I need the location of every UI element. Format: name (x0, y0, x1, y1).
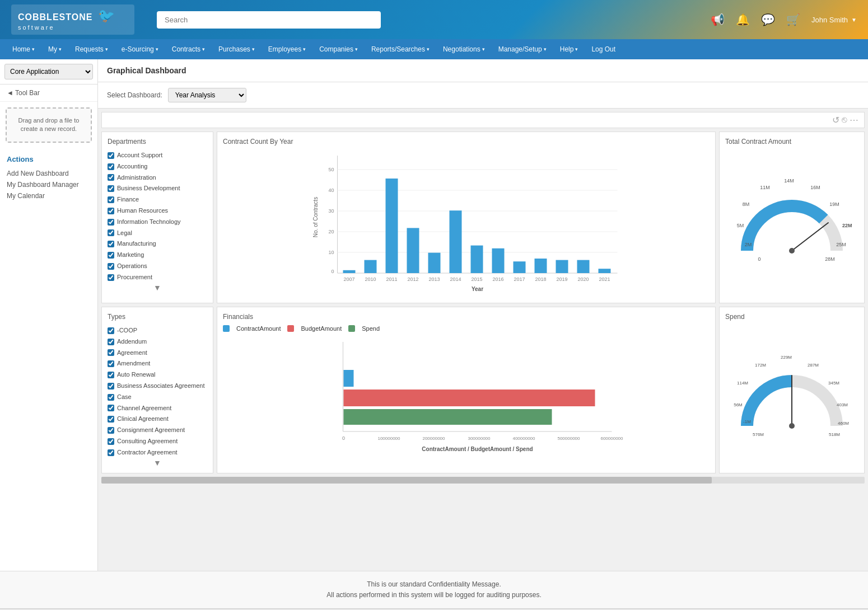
action-add-dashboard[interactable]: Add New Dashboard (7, 168, 91, 179)
cart-icon[interactable]: 🛒 (786, 13, 800, 26)
nav-logout[interactable]: Log Out (585, 39, 622, 59)
svg-text:14M: 14M (784, 178, 794, 184)
list-item[interactable]: Procurement (108, 272, 207, 283)
nav-contracts[interactable]: Contracts ▾ (165, 39, 212, 59)
types-scroll-down[interactable]: ▼ (108, 458, 207, 467)
svg-text:2015: 2015 (471, 276, 482, 282)
actions-section: Actions Add New Dashboard My Dashboard M… (0, 148, 97, 208)
contract-count-title: Contract Count By Year (223, 138, 710, 146)
svg-text:-1M: -1M (743, 419, 751, 424)
nav-esourcing[interactable]: e-Sourcing ▾ (115, 39, 165, 59)
nav-companies[interactable]: Companies ▾ (312, 39, 365, 59)
list-item[interactable]: Consignment Agreement (108, 425, 207, 436)
financials-chart-panel: Financials ContractAmount BudgetAmount S… (217, 307, 716, 473)
legend-contract-label: ContractAmount (236, 325, 281, 332)
drag-drop-area[interactable]: Drag and drop a file to create a new rec… (6, 107, 92, 143)
svg-point-40 (789, 248, 795, 254)
row1: Departments Account Support Accounting A… (101, 132, 865, 303)
list-item[interactable]: Legal (108, 228, 207, 239)
dashboard-header: Graphical Dashboard (98, 59, 868, 82)
gauge1-container: 5M 8M 11M 14M 16M 19M 22M 25M 28M 2M 0 (725, 150, 858, 284)
nav-manage[interactable]: Manage/Setup ▾ (492, 39, 553, 59)
dashboard-select-row: Select Dashboard: Year Analysis Contract… (98, 82, 868, 109)
list-item[interactable]: Operations (108, 261, 207, 272)
search-input[interactable] (157, 11, 381, 29)
megaphone-icon[interactable]: 📢 (711, 13, 725, 26)
svg-text:8M: 8M (743, 201, 750, 207)
toolbar-toggle[interactable]: ◄ Tool Bar (0, 85, 97, 102)
svg-text:0: 0 (758, 256, 760, 262)
nav-home[interactable]: Home ▾ (6, 39, 41, 59)
list-item[interactable]: Channel Agreement (108, 403, 207, 414)
list-item[interactable]: Accounting (108, 161, 207, 172)
list-item[interactable]: Contractor Agreement (108, 447, 207, 458)
action-my-calendar[interactable]: My Calendar (7, 190, 91, 201)
list-item[interactable]: Finance (108, 194, 207, 205)
svg-text:518M: 518M (829, 432, 840, 437)
total-contract-title: Total Contract Amount (725, 138, 858, 146)
svg-text:No. of Contracts: No. of Contracts (312, 197, 319, 237)
bar-2013 (428, 253, 441, 273)
dashboard-type-select[interactable]: Year Analysis Contract Summary Financial… (168, 88, 246, 102)
gauge2-svg: 56M 114M 172M 229M 287M 345M 403M 460M 5… (730, 336, 853, 448)
legend-spend-label: Spend (362, 325, 380, 332)
svg-text:ContractAmount / BudgetAmount : ContractAmount / BudgetAmount / Spend (422, 446, 533, 452)
nav-help[interactable]: Help ▾ (553, 39, 585, 59)
refresh-icon[interactable]: ↺ (832, 115, 839, 125)
financials-title: Financials (223, 313, 710, 321)
svg-text:0: 0 (342, 435, 345, 441)
nav-purchases[interactable]: Purchases ▾ (212, 39, 262, 59)
types-title: Types (108, 313, 207, 321)
export-icon[interactable]: ⎋ (842, 115, 847, 125)
list-item[interactable]: Account Support (108, 150, 207, 161)
svg-text:2007: 2007 (343, 276, 354, 282)
list-item[interactable]: Administration (108, 172, 207, 184)
nav-employees[interactable]: Employees ▾ (262, 39, 312, 59)
list-item[interactable]: Consulting Agreement (108, 436, 207, 447)
list-item[interactable]: Marketing (108, 250, 207, 261)
list-item[interactable]: Business Associates Agreement (108, 381, 207, 392)
list-item[interactable]: Auto Renewal (108, 369, 207, 381)
svg-text:114M: 114M (737, 381, 748, 386)
list-item[interactable]: Amendment (108, 358, 207, 369)
row2: Types -COOP Addendum Agreement Amendment… (101, 307, 865, 473)
action-my-dashboard[interactable]: My Dashboard Manager (7, 179, 91, 190)
svg-point-63 (789, 423, 795, 429)
list-item[interactable]: Clinical Agreement (108, 414, 207, 425)
bar-2015 (471, 246, 483, 273)
more-options-icon[interactable]: ⋯ (850, 115, 858, 125)
sidebar-app-select[interactable]: Core Application (0, 59, 97, 85)
list-item[interactable]: Case (108, 392, 207, 403)
nav-my[interactable]: My ▾ (41, 39, 68, 59)
legend-contract-dot (223, 325, 230, 332)
list-item[interactable]: -COOP (108, 325, 207, 336)
list-item[interactable]: Agreement (108, 348, 207, 359)
app-select-dropdown[interactable]: Core Application (4, 64, 93, 79)
horizontal-scrollbar[interactable] (101, 477, 865, 484)
logo-text: COBBLESTONE 🐦 software (18, 8, 115, 31)
bar-2014 (450, 210, 462, 273)
search-bar[interactable] (157, 11, 381, 29)
svg-text:2M: 2M (745, 242, 752, 247)
list-item[interactable]: Business Development (108, 183, 207, 194)
user-name[interactable]: John Smith ▼ (811, 16, 857, 24)
nav-reports[interactable]: Reports/Searches ▾ (365, 39, 436, 59)
svg-text:10: 10 (328, 250, 334, 255)
list-item[interactable]: Addendum (108, 336, 207, 348)
bar-contract (344, 370, 354, 387)
confidentiality-line2: All actions performed in this system wil… (8, 590, 860, 600)
bell-icon[interactable]: 🔔 (736, 13, 750, 26)
list-item[interactable]: Information Technology (108, 217, 207, 228)
svg-text:2017: 2017 (514, 276, 525, 282)
list-item[interactable]: Manufacturing (108, 238, 207, 250)
bar-2010 (365, 260, 377, 273)
nav-negotiations[interactable]: Negotiations ▾ (436, 39, 492, 59)
header-icons: 📢 🔔 💬 🛒 John Smith ▼ (711, 13, 857, 26)
list-item[interactable]: Human Resources (108, 205, 207, 217)
scroll-down-arrow[interactable]: ▼ (108, 283, 207, 292)
nav-requests[interactable]: Requests ▾ (68, 39, 115, 59)
total-contract-gauge-panel: Total Contract Amount 5M 8M 11M 14M 16M … (719, 132, 865, 303)
gauge1-svg: 5M 8M 11M 14M 16M 19M 22M 25M 28M 2M 0 (730, 161, 853, 273)
chat-icon[interactable]: 💬 (761, 13, 775, 26)
user-dropdown-icon: ▼ (851, 17, 857, 23)
